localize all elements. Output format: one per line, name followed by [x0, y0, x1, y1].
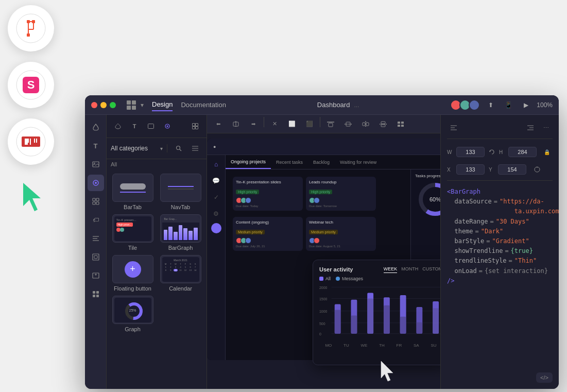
- component-calendar[interactable]: March 2021 MTW TFSS 123 4567 8910 111213…: [159, 255, 202, 292]
- panel-tool-5[interactable]: [188, 119, 202, 133]
- avatar-3: [469, 99, 480, 111]
- align-middle-icon[interactable]: [341, 117, 355, 131]
- y-input[interactable]: [498, 164, 526, 175]
- calendar-label: Calendar: [169, 285, 192, 292]
- align-top-icon[interactable]: [323, 117, 338, 131]
- code-panel: <BarGraph dataSource = "https://da- ta.u…: [447, 187, 553, 286]
- tab-recent[interactable]: Recent tasks: [271, 155, 308, 169]
- height-input[interactable]: [508, 147, 537, 157]
- minimize-button[interactable]: [100, 102, 107, 108]
- tool-water-drop[interactable]: [88, 119, 104, 135]
- right-sidebar: ⋯ W H 🔒: [440, 115, 559, 389]
- tab-week[interactable]: WEEK: [384, 265, 398, 273]
- tab-ongoing[interactable]: Ongoing projects: [226, 155, 271, 169]
- svg-rect-60: [363, 123, 365, 126]
- cursor-icon-app[interactable]: [10, 175, 51, 216]
- play-icon[interactable]: ▶: [519, 98, 532, 112]
- send-back-icon[interactable]: ⬛: [302, 117, 317, 131]
- tab-month[interactable]: MONTH: [401, 265, 418, 273]
- grid-layout-icon[interactable]: [393, 117, 408, 131]
- w-label: W: [447, 149, 454, 155]
- nav-avatar[interactable]: [211, 223, 221, 233]
- preview-mobile-icon[interactable]: 📱: [502, 98, 515, 112]
- x-input[interactable]: [456, 164, 485, 175]
- search-icon[interactable]: [171, 141, 186, 156]
- left-toolbar: T: [85, 115, 107, 389]
- share-icon[interactable]: ⬆: [484, 98, 497, 112]
- nav-chat[interactable]: 💬: [209, 174, 224, 188]
- tab-design[interactable]: Design: [152, 98, 173, 111]
- tool-text[interactable]: T: [88, 138, 104, 154]
- project-card-3[interactable]: Content (ongoing) Medium priority Due da…: [233, 217, 303, 251]
- git-icon-app[interactable]: [8, 5, 54, 52]
- code-view-button[interactable]: </>: [536, 372, 553, 383]
- canvas-top-bar: ⬅ ➡ ✕ ⬜ ⬛: [207, 115, 440, 133]
- svg-rect-45: [196, 127, 198, 129]
- component-navtab[interactable]: NavTab: [159, 174, 202, 210]
- tab-documentation[interactable]: Documentation: [181, 99, 226, 111]
- component-graph[interactable]: 25% Graph: [111, 296, 154, 332]
- align-center-h-icon[interactable]: [229, 117, 243, 131]
- tool-tag[interactable]: 🏷: [88, 212, 104, 228]
- rtb-more[interactable]: ⋯: [539, 121, 553, 134]
- nav-check[interactable]: ✓: [209, 190, 224, 204]
- project-card-4[interactable]: Webinar tech Medium priority Due date: A…: [306, 217, 376, 251]
- card-avatars-2: [309, 197, 373, 203]
- distribute-h-icon[interactable]: [358, 117, 373, 131]
- tab-waiting[interactable]: Waiting for review: [335, 155, 382, 169]
- tool-image[interactable]: [88, 156, 104, 173]
- project-card-1[interactable]: Tin-K presentation slides High priority …: [233, 177, 303, 211]
- component-floating-button[interactable]: + Floating button: [111, 255, 154, 292]
- close-button[interactable]: [91, 102, 97, 108]
- window-title: Dashboard: [317, 101, 350, 109]
- traffic-lights: [91, 102, 116, 108]
- category-select[interactable]: All categories: [111, 145, 158, 152]
- tool-component[interactable]: [88, 175, 104, 191]
- component-bartab[interactable]: BarTab: [111, 174, 154, 210]
- distribute-v-icon[interactable]: [376, 117, 390, 131]
- align-left-icon[interactable]: ⬅: [211, 117, 226, 131]
- canvas-area[interactable]: ⬅ ➡ ✕ ⬜ ⬛: [207, 115, 440, 389]
- compass-icon[interactable]: [530, 163, 544, 176]
- nav-home[interactable]: ⌂: [209, 157, 224, 172]
- list-icon[interactable]: [188, 141, 202, 156]
- rtb-align-right[interactable]: [524, 121, 537, 134]
- component-tile[interactable]: Tin-K presen... High priori... Tile: [111, 214, 154, 251]
- tool-align[interactable]: [88, 230, 104, 247]
- legend-label-messages: Messages: [342, 276, 363, 281]
- width-input[interactable]: [456, 147, 485, 157]
- tool-add-frame[interactable]: [88, 193, 104, 210]
- tool-frame[interactable]: [88, 249, 104, 265]
- nav-settings[interactable]: ⚙: [209, 207, 224, 221]
- panel-tool-1[interactable]: [111, 119, 125, 133]
- svg-rect-36: [96, 291, 99, 294]
- svg-rect-35: [93, 291, 95, 294]
- grid-icon[interactable]: [124, 98, 139, 112]
- tab-backlog[interactable]: Backlog: [308, 155, 335, 169]
- sketch-icon-app[interactable]: S: [8, 62, 54, 108]
- code-open-tag: <BarGraph: [447, 187, 480, 197]
- delete-icon[interactable]: ✕: [267, 117, 282, 131]
- panel-tool-3[interactable]: [144, 119, 158, 133]
- bring-front-icon[interactable]: ⬜: [285, 117, 299, 131]
- rtb-align-left[interactable]: [447, 121, 460, 134]
- panel-tool-2[interactable]: T: [127, 119, 142, 133]
- component-bargraph[interactable]: Bar Grap... BarGr: [159, 214, 202, 251]
- svg-rect-16: [30, 139, 31, 145]
- maximize-button[interactable]: [110, 102, 116, 108]
- npm-icon-app[interactable]: [8, 118, 54, 165]
- svg-rect-27: [93, 202, 95, 204]
- svg-text:500: 500: [319, 321, 325, 326]
- panel-tool-4[interactable]: [160, 119, 175, 133]
- calendar-preview: March 2021 MTW TFSS 123 4567 8910 111213…: [160, 255, 201, 283]
- dash-sidebar: ⌂ 💬 ✓ ⚙: [207, 155, 226, 360]
- project-card-2[interactable]: Leads roundup High priority Due date: To…: [306, 177, 376, 211]
- lock-icon[interactable]: 🔒: [541, 145, 553, 159]
- more-options-icon[interactable]: ...: [354, 101, 359, 109]
- align-right-icon[interactable]: ➡: [246, 117, 261, 131]
- floating-button-label: Floating button: [114, 285, 151, 292]
- tab-custom[interactable]: CUSTOM: [422, 265, 440, 273]
- tool-grid2[interactable]: [88, 286, 104, 302]
- y-label: Y: [489, 167, 496, 173]
- tool-image2[interactable]: [88, 267, 104, 284]
